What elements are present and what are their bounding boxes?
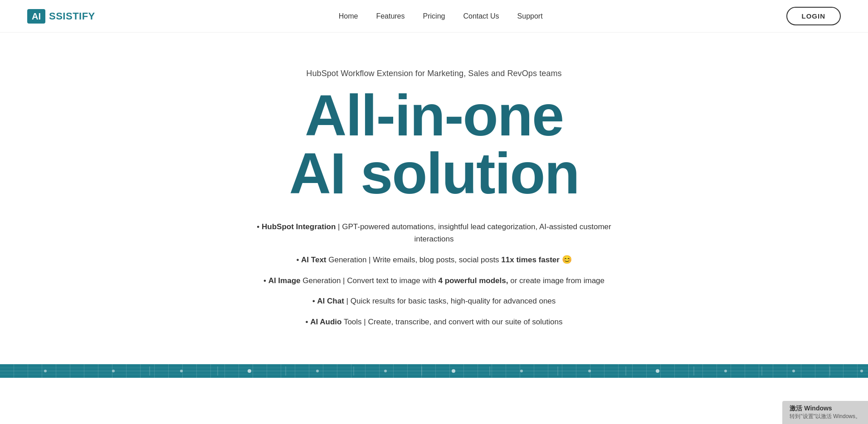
feature-hubspot-bold: HubSpot Integration (262, 222, 336, 231)
login-button[interactable]: LOGIN (786, 7, 841, 25)
nav-item-features: Features (376, 12, 405, 20)
svg-point-7 (248, 369, 251, 373)
nav-link-features[interactable]: Features (376, 12, 405, 20)
feature-ai-audio-bold: AI Audio (310, 318, 341, 326)
bottom-strip (0, 364, 868, 378)
feature-ai-image: • AI Image Generation | Convert text to … (263, 275, 605, 287)
svg-point-6 (180, 370, 183, 372)
svg-point-12 (588, 370, 591, 372)
feature-ai-image-extra: or create image from image (510, 276, 605, 285)
hero-subtitle: HubSpot Workflow Extension for Marketing… (306, 69, 561, 78)
logo-link[interactable]: AI SSISTIFY (27, 9, 95, 24)
feature-ai-audio: • AI Audio Tools | Create, transcribe, a… (306, 316, 563, 328)
navbar: AI SSISTIFY Home Features Pricing Contac… (0, 0, 868, 33)
svg-point-10 (452, 369, 455, 373)
svg-point-5 (112, 370, 115, 372)
svg-point-11 (520, 370, 523, 372)
feature-ai-image-text: Generation | Convert text to image with (302, 276, 438, 285)
nav-link-home[interactable]: Home (339, 12, 358, 20)
nav-links: Home Features Pricing Contact Us Support (339, 12, 543, 20)
nav-item-pricing: Pricing (423, 12, 445, 20)
bottom-strip-svg (0, 364, 868, 378)
nav-item-contact: Contact Us (463, 12, 499, 20)
feature-ai-text-emoji: 😊 (562, 255, 572, 264)
nav-link-contact[interactable]: Contact Us (463, 12, 499, 20)
svg-point-4 (44, 370, 47, 372)
svg-point-14 (724, 370, 727, 372)
feature-hubspot-text: | GPT-powered automations, insightful le… (338, 222, 611, 243)
feature-ai-text-bold: AI Text (301, 255, 326, 264)
svg-point-8 (316, 370, 319, 372)
feature-ai-chat: • AI Chat | Quick results for basic task… (312, 295, 556, 307)
hero-features: • HubSpot Integration | GPT-powered auto… (248, 221, 620, 328)
feature-ai-chat-text: | Quick results for basic tasks, high-qu… (346, 297, 556, 305)
feature-ai-text: • AI Text Generation | Write emails, blo… (296, 253, 571, 266)
feature-ai-chat-bold: AI Chat (317, 297, 344, 305)
hero-title-line1: All-in-one (305, 87, 563, 145)
feature-ai-text-suffix: 11x times faster (501, 255, 560, 264)
hero-title-line2: AI solution (289, 145, 579, 202)
svg-point-15 (792, 370, 795, 372)
nav-link-support[interactable]: Support (517, 12, 543, 20)
nav-item-home: Home (339, 12, 358, 20)
feature-ai-text-text: Generation | Write emails, blog posts, s… (328, 255, 501, 264)
nav-link-pricing[interactable]: Pricing (423, 12, 445, 20)
svg-point-16 (860, 370, 863, 372)
feature-hubspot: • HubSpot Integration | GPT-powered auto… (248, 221, 620, 245)
svg-point-13 (656, 369, 659, 373)
feature-ai-image-suffix: 4 powerful models, (438, 276, 508, 285)
svg-rect-0 (0, 364, 868, 378)
logo-box: AI (27, 9, 45, 24)
nav-item-support: Support (517, 12, 543, 20)
hero-section: HubSpot Workflow Extension for Marketing… (162, 33, 706, 346)
svg-point-9 (384, 370, 387, 372)
feature-ai-image-bold: AI Image (268, 276, 301, 285)
logo-text: SSISTIFY (49, 10, 95, 22)
feature-ai-audio-text: Tools | Create, transcribe, and convert … (344, 318, 563, 326)
